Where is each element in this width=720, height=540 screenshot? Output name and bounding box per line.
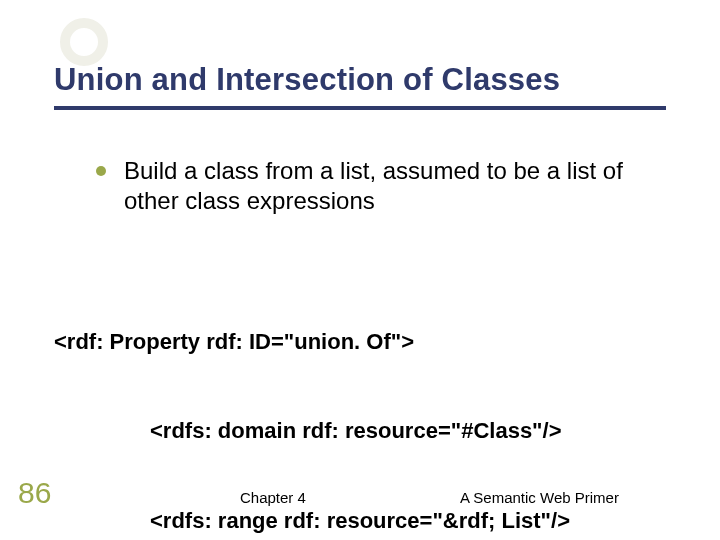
slide-title: Union and Intersection of Classes bbox=[54, 62, 680, 104]
code-line-1: <rdf: Property rdf: ID="union. Of"> bbox=[54, 327, 570, 357]
decorative-ring-icon bbox=[60, 18, 108, 66]
footer-chapter: Chapter 4 bbox=[240, 489, 306, 506]
title-block: Union and Intersection of Classes bbox=[54, 62, 680, 110]
code-line-2: <rdfs: domain rdf: resource="#Class"/> bbox=[150, 416, 570, 446]
code-line-3: <rdfs: range rdf: resource="&rdf; List"/… bbox=[150, 506, 570, 536]
footer-book-title: A Semantic Web Primer bbox=[460, 489, 619, 506]
slide-number: 86 bbox=[18, 476, 51, 510]
title-underline bbox=[54, 106, 666, 110]
bullet-text: Build a class from a list, assumed to be… bbox=[124, 156, 672, 216]
bullet-dot-icon bbox=[96, 166, 106, 176]
bullet-item: Build a class from a list, assumed to be… bbox=[96, 156, 672, 216]
